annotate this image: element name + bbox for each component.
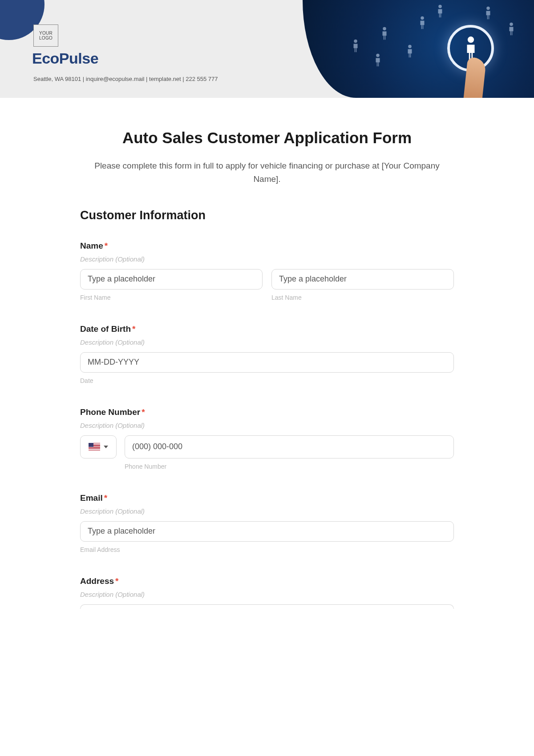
field-label-name: Name* bbox=[80, 241, 454, 251]
form-content: Auto Sales Customer Application Form Ple… bbox=[80, 129, 454, 627]
page-header: YOUR LOGO EcoPulse Seattle, WA 98101 | i… bbox=[0, 0, 534, 98]
phone-input[interactable] bbox=[125, 435, 454, 458]
field-phone: Phone Number* Description (Optional) Pho… bbox=[80, 407, 454, 470]
svg-point-8 bbox=[467, 36, 473, 43]
logo-placeholder: YOUR LOGO bbox=[33, 24, 58, 47]
field-label-dob: Date of Birth* bbox=[80, 324, 454, 334]
svg-point-4 bbox=[421, 16, 424, 20]
svg-point-6 bbox=[486, 7, 490, 10]
dob-sublabel: Date bbox=[80, 377, 454, 384]
field-email: Email* Description (Optional) Email Addr… bbox=[80, 493, 454, 553]
field-description[interactable]: Description (Optional) bbox=[80, 507, 454, 515]
contact-line: Seattle, WA 98101 | inquire@ecopulse.mai… bbox=[33, 76, 218, 82]
us-flag-icon bbox=[89, 443, 100, 450]
field-description[interactable]: Description (Optional) bbox=[80, 338, 454, 346]
form-intro: Please complete this form in full to app… bbox=[91, 159, 443, 186]
last-name-input[interactable] bbox=[271, 269, 454, 290]
field-dob: Date of Birth* Description (Optional) Da… bbox=[80, 324, 454, 384]
field-label-email: Email* bbox=[80, 493, 454, 503]
field-description[interactable]: Description (Optional) bbox=[80, 255, 454, 263]
brand-name: EcoPulse bbox=[32, 50, 98, 67]
last-name-sublabel: Last Name bbox=[271, 294, 454, 301]
email-sublabel: Email Address bbox=[80, 546, 454, 553]
person-icon bbox=[463, 36, 478, 61]
field-name: Name* Description (Optional) First Name … bbox=[80, 241, 454, 301]
label-text: Date of Birth bbox=[80, 324, 131, 334]
required-star: * bbox=[142, 407, 145, 417]
required-star: * bbox=[132, 324, 135, 334]
field-label-address: Address* bbox=[80, 576, 454, 586]
label-text: Email bbox=[80, 493, 103, 503]
svg-point-2 bbox=[383, 27, 386, 31]
label-text: Name bbox=[80, 241, 103, 250]
svg-point-5 bbox=[438, 5, 442, 8]
chevron-down-icon bbox=[104, 446, 108, 448]
required-star: * bbox=[105, 241, 108, 250]
address-input-partial[interactable] bbox=[80, 604, 454, 609]
label-text: Address bbox=[80, 576, 114, 586]
label-text: Phone Number bbox=[80, 407, 140, 417]
first-name-sublabel: First Name bbox=[80, 294, 263, 301]
form-title: Auto Sales Customer Application Form bbox=[80, 129, 454, 147]
svg-point-1 bbox=[376, 54, 380, 57]
dob-input[interactable] bbox=[80, 352, 454, 373]
hero-panel bbox=[303, 0, 534, 98]
first-name-input[interactable] bbox=[80, 269, 263, 290]
phone-sublabel: Phone Number bbox=[125, 463, 454, 470]
logo-text: YOUR LOGO bbox=[39, 31, 53, 40]
svg-point-0 bbox=[354, 40, 357, 43]
required-star: * bbox=[104, 493, 107, 503]
country-code-select[interactable] bbox=[80, 435, 117, 458]
field-description[interactable]: Description (Optional) bbox=[80, 591, 454, 598]
section-heading-customer-info: Customer Information bbox=[80, 209, 454, 222]
field-address: Address* Description (Optional) bbox=[80, 576, 454, 609]
required-star: * bbox=[115, 576, 118, 586]
email-input[interactable] bbox=[80, 521, 454, 542]
svg-point-3 bbox=[408, 45, 412, 48]
svg-point-7 bbox=[510, 23, 513, 26]
field-label-phone: Phone Number* bbox=[80, 407, 454, 417]
field-description[interactable]: Description (Optional) bbox=[80, 422, 454, 429]
